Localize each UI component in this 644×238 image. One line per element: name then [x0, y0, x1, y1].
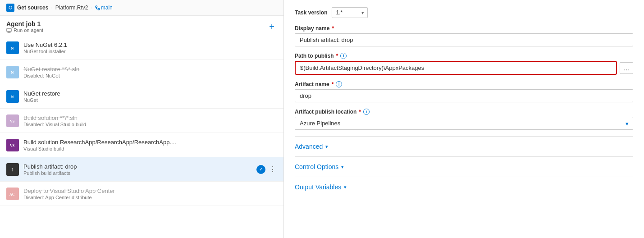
task-sub-text-deploy-appcenter: Disabled: App Center distribute [23, 195, 277, 200]
output-variables-chevron-icon: ▾ [344, 184, 347, 190]
task-item-build-solution-research[interactable]: VSBuild solution ResearchApp/ResearchApp… [0, 133, 283, 157]
task-main-text-build-solution-research: Build solution ResearchApp/ResearchApp/R… [23, 139, 277, 146]
task-item-nuget-restore[interactable]: NNuGet restoreNuGet [0, 84, 283, 109]
agent-job-subtitle: Run on agent [6, 27, 43, 33]
task-sub-text-nuget-installer: NuGet tool installer [23, 49, 277, 54]
task-list: NUse NuGet 6.2.1NuGet tool installerNNuG… [0, 36, 283, 206]
right-panel: Task version 1.*2.*0.* Display name * Pa… [284, 0, 644, 238]
output-variables-header[interactable]: Output Variables ▾ [295, 182, 633, 192]
artifact-name-input[interactable] [295, 89, 633, 102]
task-item-nuget-installer[interactable]: NUse NuGet 6.2.1NuGet tool installer [0, 36, 283, 60]
add-task-button[interactable]: + [266, 21, 277, 32]
artifact-location-label: Artifact publish location * i [295, 109, 633, 115]
version-row: Task version 1.*2.*0.* [295, 7, 633, 18]
task-content-deploy-appcenter: Deploy to Visual Studio App CenterDisabl… [23, 188, 277, 200]
version-label: Task version [295, 9, 327, 16]
task-main-text-nuget-restore: NuGet restore [23, 90, 277, 97]
run-on-agent-icon [6, 27, 12, 33]
get-sources-icon: ⬡ [6, 4, 14, 12]
separator2: · [91, 5, 92, 11]
task-item-publish-artifact[interactable]: ↑Publish artifact: dropPublish build art… [0, 157, 283, 182]
task-sub-text-nuget-restore: NuGet [23, 97, 277, 103]
control-options-header[interactable]: Control Options ▾ [295, 161, 633, 172]
artifact-location-select[interactable]: Azure PipelinesFile share [295, 117, 633, 130]
artifact-name-row: Artifact name * i [295, 81, 633, 102]
get-sources-bar[interactable]: ⬡ Get sources · Platform.Rtv2 · main [0, 0, 283, 16]
task-main-text-deploy-appcenter: Deploy to Visual Studio App Center [23, 188, 277, 194]
svg-text:AC: AC [9, 192, 15, 197]
task-sub-text-build-solution-sln: Disabled: Visual Studio build [23, 122, 277, 127]
branch-icon [95, 5, 100, 10]
svg-point-1 [98, 8, 100, 10]
svg-text:↑: ↑ [11, 166, 14, 173]
task-icon-build-solution-research: VS [6, 139, 19, 151]
task-item-nuget-restore-sln[interactable]: NNuGet restore **\*.slnDisabled: NuGet [0, 60, 283, 84]
control-options-chevron-icon: ▾ [341, 164, 344, 170]
branch-badge: main [95, 5, 113, 11]
advanced-chevron-icon: ▾ [325, 144, 328, 150]
display-name-label: Display name * [295, 25, 633, 32]
task-actions-publish-artifact: ✓⋮ [256, 165, 277, 174]
task-icon-build-solution-sln: VS [6, 114, 19, 127]
agent-job-info: Agent job 1 Run on agent [6, 20, 43, 33]
path-row: ... [295, 61, 633, 75]
task-icon-nuget-restore: N [6, 90, 19, 103]
svg-point-0 [96, 5, 97, 7]
task-check-icon-publish-artifact: ✓ [256, 165, 265, 174]
task-main-text-nuget-restore-sln: NuGet restore **\*.sln [23, 66, 277, 73]
task-icon-nuget-installer: N [6, 41, 19, 54]
task-icon-nuget-restore-sln: N [6, 66, 19, 78]
advanced-section: Advanced ▾ [295, 136, 633, 156]
platform-badge: Platform.Rtv2 [55, 5, 88, 11]
task-sub-text-publish-artifact: Publish build artifacts [23, 170, 252, 176]
display-name-input[interactable] [295, 33, 633, 46]
svg-text:N: N [11, 70, 14, 75]
control-options-label: Control Options [295, 163, 338, 170]
path-input-wrapper [295, 61, 617, 75]
advanced-header[interactable]: Advanced ▾ [295, 141, 633, 152]
svg-text:N: N [11, 95, 14, 99]
svg-rect-2 [7, 28, 11, 32]
path-to-publish-row: Path to publish * i ... [295, 53, 633, 75]
task-content-nuget-installer: Use NuGet 6.2.1NuGet tool installer [23, 41, 277, 54]
output-variables-section: Output Variables ▾ [295, 177, 633, 197]
task-icon-publish-artifact: ↑ [6, 163, 19, 176]
task-main-text-publish-artifact: Publish artifact: drop [23, 163, 252, 170]
artifact-name-info-icon[interactable]: i [336, 81, 342, 87]
task-item-build-solution-sln[interactable]: VSBuild solution **\*.slnDisabled: Visua… [0, 109, 283, 133]
version-select-wrapper: 1.*2.*0.* [332, 7, 368, 18]
task-content-nuget-restore: NuGet restoreNuGet [23, 90, 277, 103]
display-name-row: Display name * [295, 25, 633, 46]
task-content-nuget-restore-sln: NuGet restore **\*.slnDisabled: NuGet [23, 66, 277, 78]
advanced-label: Advanced [295, 143, 323, 150]
task-sub-text-build-solution-research: Visual Studio build [23, 146, 277, 151]
task-content-publish-artifact: Publish artifact: dropPublish build arti… [23, 163, 252, 176]
agent-job-header: Agent job 1 Run on agent + [0, 16, 283, 36]
svg-text:VS: VS [10, 119, 15, 124]
artifact-location-row: Artifact publish location * i Azure Pipe… [295, 109, 633, 130]
task-content-build-solution-research: Build solution ResearchApp/ResearchApp/R… [23, 139, 277, 151]
agent-job-title: Agent job 1 [6, 20, 43, 27]
artifact-location-dropdown-wrapper: Azure PipelinesFile share ▾ [295, 117, 633, 130]
artifact-name-label: Artifact name * i [295, 81, 633, 87]
svg-text:N: N [11, 46, 14, 50]
path-info-icon[interactable]: i [340, 53, 347, 59]
task-main-text-nuget-installer: Use NuGet 6.2.1 [23, 41, 277, 48]
task-icon-deploy-appcenter: AC [6, 188, 19, 200]
output-variables-label: Output Variables [295, 183, 341, 191]
separator: · [51, 5, 52, 11]
path-ellipsis-button[interactable]: ... [620, 62, 633, 74]
control-options-section: Control Options ▾ [295, 156, 633, 177]
get-sources-title: Get sources [17, 5, 48, 11]
svg-text:VS: VS [10, 144, 15, 148]
task-content-build-solution-sln: Build solution **\*.slnDisabled: Visual … [23, 114, 277, 127]
task-item-deploy-appcenter[interactable]: ACDeploy to Visual Studio App CenterDisa… [0, 182, 283, 206]
artifact-location-info-icon[interactable]: i [363, 109, 370, 115]
version-select[interactable]: 1.*2.*0.* [332, 7, 368, 18]
task-main-text-build-solution-sln: Build solution **\*.sln [23, 114, 277, 121]
path-label: Path to publish * i [295, 53, 633, 59]
path-input[interactable] [295, 61, 617, 75]
left-panel: ⬡ Get sources · Platform.Rtv2 · main Age… [0, 0, 284, 238]
task-more-button-publish-artifact[interactable]: ⋮ [268, 165, 277, 174]
task-sub-text-nuget-restore-sln: Disabled: NuGet [23, 73, 277, 78]
